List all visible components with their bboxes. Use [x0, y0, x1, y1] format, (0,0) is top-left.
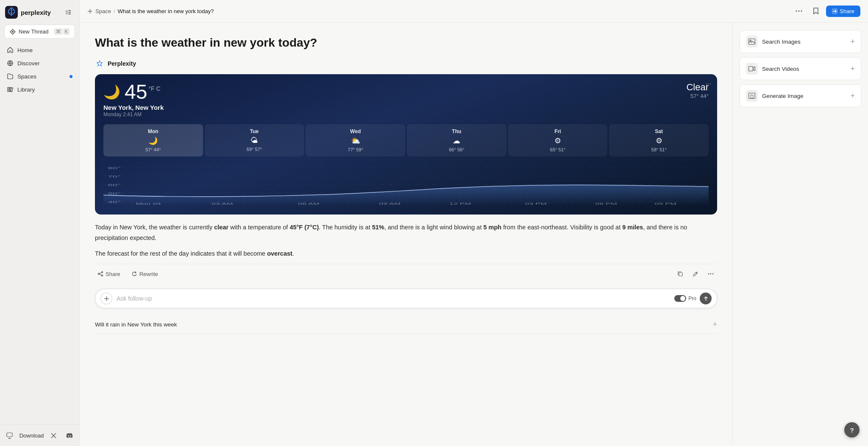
plus-icon [104, 296, 109, 301]
sidebar-bottom: Download [0, 424, 79, 446]
svg-rect-2 [69, 10, 71, 11]
forecast-day-thu[interactable]: Thu ☁ 66° 56° [407, 124, 506, 156]
library-icon [7, 86, 14, 93]
send-icon [704, 296, 708, 301]
sidebar-item-label: Discover [17, 60, 40, 67]
page-title: What is the weather in new york today? [95, 35, 717, 50]
temperature-graph: 80° 70° 60° 50° 40° Mon 04 03 AM 06 AM 0… [103, 163, 709, 206]
generate-image-item[interactable]: Generate Image + [740, 84, 861, 107]
logo: perplexity [5, 6, 51, 19]
pro-toggle-switch[interactable] [674, 295, 686, 302]
svg-text:06 PM: 06 PM [595, 202, 617, 206]
related-section: Will it rain in New York this week + [95, 316, 717, 334]
related-plus-icon: + [712, 320, 717, 329]
left-panel: What is the weather in new york today? P… [80, 22, 732, 446]
breadcrumb-space[interactable]: Space [95, 8, 111, 14]
right-panel: Search Images + Search Videos + [732, 22, 868, 446]
svg-rect-3 [69, 12, 71, 13]
generate-image-plus-icon: + [850, 92, 855, 100]
bookmark-button[interactable] [809, 4, 823, 18]
sidebar-item-discover[interactable]: Discover [3, 57, 77, 70]
search-videos-item[interactable]: Search Videos + [740, 57, 861, 80]
send-button[interactable] [700, 293, 712, 304]
perplexity-logo-icon [5, 6, 18, 19]
weather-top: 🌙 45 °F C Clear 57° 44 [103, 82, 709, 102]
svg-rect-55 [749, 67, 753, 71]
help-button[interactable]: ? [844, 422, 860, 438]
close-icon [51, 433, 56, 438]
related-item[interactable]: Will it rain in New York this week + [95, 316, 717, 334]
svg-rect-4 [69, 14, 71, 14]
answer-highlight-humidity: 51% [372, 224, 384, 231]
answer-highlight-wind: 5 mph [483, 224, 501, 231]
sidebar-item-home[interactable]: Home [3, 44, 77, 56]
discord-button[interactable] [63, 429, 76, 442]
copy-button[interactable] [674, 268, 687, 280]
share-icon [832, 8, 837, 14]
forecast-day-fri[interactable]: Fri ⚙ 65° 51° [508, 124, 608, 156]
weather-card: ··· 🌙 45 °F C Clear [95, 74, 717, 215]
close-button[interactable] [47, 429, 60, 442]
spaces-notification-dot [70, 75, 72, 78]
more-options-button[interactable] [792, 4, 806, 18]
breadcrumb-current: What is the weather in new york today? [118, 8, 214, 14]
nav-items: Home Discover Spaces Library [0, 44, 79, 96]
desktop-download-button[interactable] [3, 429, 16, 442]
rewrite-button[interactable]: Rewrite [129, 269, 161, 279]
answer-header: Perplexity [95, 59, 717, 68]
app-name: perplexity [21, 9, 51, 16]
followup-input[interactable] [117, 295, 670, 302]
weather-datetime: Monday 2:41 AM [103, 112, 709, 117]
weather-location: New York, New York [103, 104, 709, 111]
main-area: Space / What is the weather in new york … [80, 0, 868, 446]
edit-button[interactable] [689, 268, 702, 280]
svg-text:70°: 70° [108, 175, 121, 178]
svg-point-48 [708, 273, 709, 275]
copy-icon [677, 271, 683, 277]
svg-text:40°: 40° [108, 200, 121, 204]
answer-highlight-visibility: 9 miles [622, 224, 643, 231]
svg-rect-1 [66, 10, 68, 14]
perplexity-answer-icon [95, 59, 104, 68]
forecast-day-wed[interactable]: Wed ⛅ 77° 59° [306, 124, 405, 156]
search-images-plus-icon: + [850, 37, 855, 46]
search-images-item[interactable]: Search Images + [740, 30, 861, 53]
answer-paragraph-1: Today in New York, the weather is curren… [95, 222, 717, 243]
forecast-day-tue[interactable]: Tue 🌤 69° 57° [205, 124, 304, 156]
sidebar: perplexity New Thread ⌘ K [0, 0, 80, 446]
share-answer-label: Share [106, 271, 120, 277]
svg-text:06 AM: 06 AM [298, 202, 320, 206]
related-item-label: Will it rain in New York this week [95, 321, 177, 328]
svg-point-18 [796, 11, 797, 12]
svg-text:03 PM: 03 PM [525, 202, 547, 206]
svg-line-45 [99, 274, 101, 275]
pro-toggle[interactable]: Pro [674, 295, 696, 302]
action-bar: Share Rewrite [95, 264, 717, 284]
collapse-sidebar-button[interactable] [62, 6, 74, 18]
answer-more-button[interactable] [704, 268, 717, 280]
weather-more-button[interactable]: ··· [706, 80, 711, 88]
answer-highlight-temp: 45°F (7°C) [289, 224, 319, 231]
topbar: Space / What is the weather in new york … [80, 0, 868, 22]
svg-rect-21 [832, 8, 837, 14]
new-thread-button[interactable]: New Thread ⌘ K [4, 25, 75, 39]
plus-space-icon [87, 8, 93, 14]
forecast-day-sat[interactable]: Sat ⚙ 58° 51° [609, 124, 709, 156]
breadcrumb-separator: / [114, 8, 115, 14]
share-answer-button[interactable]: Share [95, 269, 123, 279]
rewrite-label: Rewrite [139, 271, 158, 277]
svg-text:03 AM: 03 AM [211, 202, 233, 206]
breadcrumb: Space / What is the weather in new york … [87, 8, 214, 14]
forecast-day-mon[interactable]: Mon 🌙 57° 44° [103, 124, 203, 156]
share-button[interactable]: Share [826, 6, 860, 17]
sidebar-header: perplexity [0, 0, 79, 23]
followup-add-button[interactable] [100, 293, 112, 304]
home-icon [7, 47, 14, 53]
answer-paragraph-2: The forecast for the rest of the day ind… [95, 248, 717, 259]
sidebar-item-library[interactable]: Library [3, 83, 77, 96]
sidebar-item-label: Home [17, 47, 33, 53]
moon-weather-icon: 🌙 [103, 84, 120, 100]
svg-rect-11 [7, 433, 12, 437]
sidebar-item-spaces[interactable]: Spaces [3, 70, 77, 83]
svg-line-44 [99, 273, 101, 273]
